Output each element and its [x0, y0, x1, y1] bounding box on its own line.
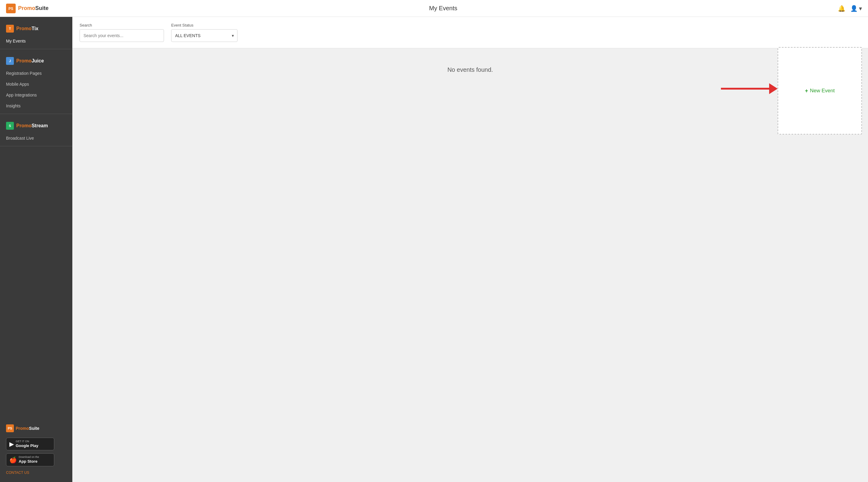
sidebar-brand-promostream: S PromoStream	[0, 119, 72, 133]
search-input[interactable]	[80, 29, 164, 42]
status-label: Event Status	[171, 23, 238, 27]
header-logo-text: PromoSuite	[18, 5, 49, 11]
search-group: Search	[80, 23, 164, 42]
user-menu-button[interactable]: 👤 ▾	[850, 5, 862, 12]
sidebar-item-broadcast-live[interactable]: Broadcast Live	[0, 133, 72, 144]
top-header: PS PromoSuite My Events 🔔 👤 ▾	[0, 0, 868, 17]
status-select[interactable]: ALL EVENTS Active Inactive Draft	[171, 29, 238, 42]
search-label: Search	[80, 23, 164, 27]
sidebar-section-promostream: S PromoStream Broadcast Live	[0, 114, 72, 146]
sidebar-section-promojuice: J PromoJuice Registration Pages Mobile A…	[0, 49, 72, 114]
status-group: Event Status ALL EVENTS Active Inactive …	[171, 23, 238, 42]
new-event-label: New Event	[810, 88, 835, 94]
sidebar-brand-promojuice: J PromoJuice	[0, 54, 72, 68]
header-logo: PS PromoSuite	[6, 4, 49, 13]
promotix-brand-text: PromoTix	[16, 26, 38, 31]
contact-us-link[interactable]: CONTACT US	[6, 469, 29, 476]
google-play-badge[interactable]: ▶ GET IT ON Google Play	[6, 438, 54, 451]
chevron-down-icon: ▾	[859, 5, 862, 12]
app-store-big-text: App Store	[19, 459, 37, 463]
header-logo-icon: PS	[6, 4, 16, 13]
sidebar-bottom-logo: PS PromoSuite	[6, 424, 39, 432]
promotix-logo-icon: T	[6, 25, 14, 33]
apple-icon: 🍎	[9, 456, 17, 463]
new-event-button[interactable]: + New Event	[805, 88, 835, 94]
my-events-label: My Events	[6, 38, 26, 44]
app-body: T PromoTix My Events J PromoJuice Regist…	[0, 17, 868, 482]
plus-icon: +	[805, 88, 808, 94]
sidebar-item-app-integrations[interactable]: App Integrations	[0, 90, 72, 101]
promostream-brand-text: PromoStream	[16, 123, 48, 129]
empty-message: No events found.	[447, 66, 493, 73]
svg-text:PS: PS	[8, 7, 13, 11]
main-content: Search Event Status ALL EVENTS Active In…	[72, 17, 868, 482]
sidebar-bottom-logo-text: PromoSuite	[16, 426, 39, 431]
main-toolbar: Search Event Status ALL EVENTS Active In…	[72, 17, 868, 48]
google-play-big-text: Google Play	[16, 444, 38, 448]
arrow-annotation	[721, 83, 778, 94]
notification-bell-button[interactable]: 🔔	[838, 5, 845, 12]
app-store-badge[interactable]: 🍎 Download on the App Store	[6, 453, 54, 466]
sidebar-item-insights[interactable]: Insights	[0, 101, 72, 111]
sidebar-section-promotix: T PromoTix My Events	[0, 17, 72, 49]
sidebar: T PromoTix My Events J PromoJuice Regist…	[0, 17, 72, 482]
app-store-small-text: Download on the	[19, 455, 39, 459]
new-event-card: + New Event	[778, 47, 862, 135]
sidebar-item-registration-pages[interactable]: Registration Pages	[0, 68, 72, 79]
header-right: 🔔 👤 ▾	[838, 5, 862, 12]
promojuice-brand-text: PromoJuice	[16, 58, 44, 64]
bell-icon: 🔔	[838, 5, 845, 12]
arrow-head	[769, 83, 778, 94]
promojuice-logo-icon: J	[6, 57, 14, 65]
google-play-icon: ▶	[9, 441, 14, 448]
google-play-small-text: GET IT ON	[16, 440, 38, 444]
sidebar-item-my-events[interactable]: My Events	[0, 36, 72, 47]
sidebar-item-mobile-apps[interactable]: Mobile Apps	[0, 79, 72, 90]
sidebar-bottom-logo-icon: PS	[6, 424, 14, 432]
page-title: My Events	[429, 5, 457, 12]
user-icon: 👤	[850, 5, 858, 12]
sidebar-brand-promotix: T PromoTix	[0, 22, 72, 36]
sidebar-bottom: PS PromoSuite ▶ GET IT ON Google Play 🍎 …	[0, 418, 72, 482]
promostream-logo-icon: S	[6, 122, 14, 130]
arrow-line	[721, 88, 769, 90]
status-select-wrapper: ALL EVENTS Active Inactive Draft ▾	[171, 29, 238, 42]
